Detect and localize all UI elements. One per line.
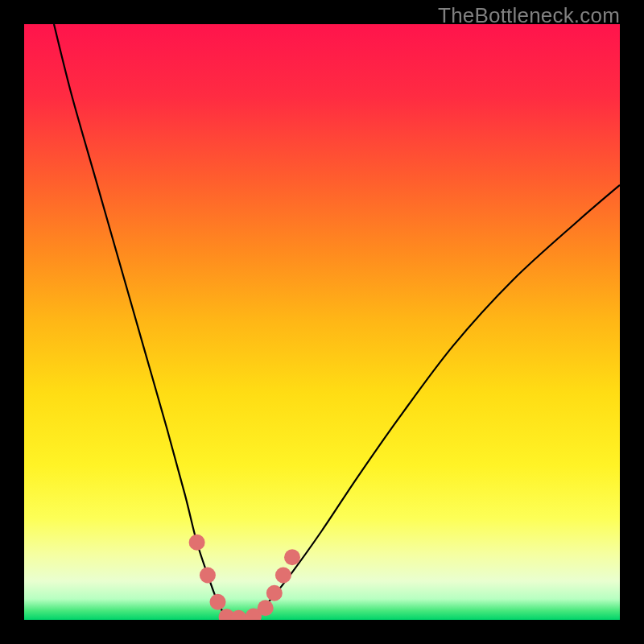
marker-dot bbox=[258, 600, 274, 616]
chart-svg bbox=[24, 24, 620, 620]
bottleneck-curve bbox=[54, 24, 620, 620]
plot-area bbox=[24, 24, 620, 620]
marker-dot bbox=[200, 568, 216, 584]
marker-dot bbox=[230, 610, 246, 620]
marker-dot bbox=[189, 535, 205, 551]
marker-group bbox=[189, 535, 300, 620]
marker-dot bbox=[284, 549, 300, 565]
marker-dot bbox=[210, 594, 226, 610]
chart-frame: TheBottleneck.com bbox=[0, 0, 644, 644]
marker-dot bbox=[275, 568, 291, 584]
marker-dot bbox=[266, 585, 283, 601]
